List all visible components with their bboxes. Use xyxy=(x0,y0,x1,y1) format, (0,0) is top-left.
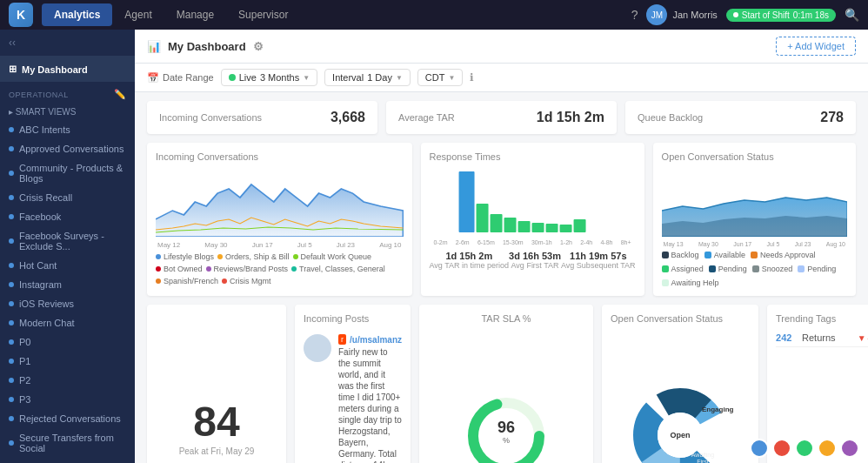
legend-item: Awaiting Help xyxy=(662,278,719,287)
peak-label: Peak at Fri, May 29 xyxy=(179,446,255,456)
my-dashboard-link[interactable]: ⊞ My Dashboard xyxy=(0,57,135,82)
sidebar-item-instagram[interactable]: Instagram xyxy=(0,275,135,294)
timezone-select[interactable]: CDT ▼ xyxy=(417,69,464,86)
live-period-select[interactable]: Live 3 Months ▼ xyxy=(221,69,317,86)
item-dot xyxy=(9,378,14,383)
x-label: 2-4h xyxy=(580,239,592,245)
sidebar-item-label: Approved Conversations xyxy=(19,144,124,154)
legend-dot xyxy=(222,278,227,284)
dashboard-title-section: 📊 My Dashboard ⚙ xyxy=(147,40,264,53)
sidebar-item-label: Modern Chat xyxy=(19,318,75,328)
tar-label: Avg Subsequent TAR xyxy=(561,261,636,270)
sla-title: TAR SLA % xyxy=(481,313,531,324)
item-dot xyxy=(9,320,14,325)
bottom-avatar[interactable] xyxy=(750,439,769,458)
item-dot xyxy=(9,359,14,364)
x-label: Jun 17 xyxy=(252,241,273,249)
smart-views-toggle[interactable]: ▸ SMART VIEWS xyxy=(0,104,135,120)
stat-value: 3,668 xyxy=(331,110,365,125)
sidebar-item-label: P3 xyxy=(19,394,30,405)
stat-label: Queue Backlog xyxy=(638,112,703,123)
collapse-sidebar-button[interactable]: ‹‹ xyxy=(9,37,16,49)
search-icon[interactable]: 🔍 xyxy=(845,8,859,22)
legend-item: Needs Approval xyxy=(751,251,816,259)
stat-value: 1d 15h 2m xyxy=(537,110,604,125)
settings-icon[interactable]: ⚙ xyxy=(253,40,264,53)
svg-text:96: 96 xyxy=(497,419,515,436)
trending-number: 242 xyxy=(776,332,802,343)
tar-value: 1d 15h 2m xyxy=(430,251,510,261)
nav-analytics[interactable]: Analytics xyxy=(42,3,112,26)
stat-queue-backlog: Queue Backlog 278 xyxy=(625,101,856,134)
user-name: Jan Morris xyxy=(672,10,717,20)
sidebar-item-p0[interactable]: P0 xyxy=(0,332,135,352)
svg-rect-8 xyxy=(573,219,585,232)
tar-value: 11h 19m 57s xyxy=(561,251,636,261)
legend-item: Pending xyxy=(798,265,836,273)
sidebar-item-p1[interactable]: P1 xyxy=(0,352,135,371)
nav-manage[interactable]: Manage xyxy=(164,3,226,26)
svg-text:First: First xyxy=(697,459,709,463)
svg-rect-2 xyxy=(490,214,502,232)
interval-select[interactable]: Interval 1 Day ▼ xyxy=(324,69,411,86)
edit-icon[interactable]: ✏️ xyxy=(114,89,127,100)
live-dot xyxy=(229,74,236,81)
item-dot xyxy=(9,282,14,287)
bottom-avatar[interactable] xyxy=(795,439,814,458)
sidebar-item-rejected[interactable]: Rejected Conversations xyxy=(0,409,135,428)
sidebar-item-community[interactable]: Community - Products & Blogs xyxy=(0,158,135,188)
sidebar-item-crisis-recall[interactable]: Crisis Recall xyxy=(0,188,135,207)
legend-label: Snoozed xyxy=(762,265,793,273)
sidebar-item-facebook-surveys[interactable]: Facebook Surveys - Exclude S... xyxy=(0,226,135,256)
content-area: 📊 My Dashboard ⚙ + Add Widget 📅 Date Ran… xyxy=(135,30,868,463)
legend-box xyxy=(752,265,759,272)
tar-stats: 1d 15h 2m Avg TAR in time period 3d 16h … xyxy=(430,251,636,270)
interval-label: Interval xyxy=(332,72,364,83)
sidebar-item-modern-chat[interactable]: Modern Chat xyxy=(0,313,135,332)
add-widget-button[interactable]: + Add Widget xyxy=(776,37,856,56)
svg-rect-3 xyxy=(504,218,516,232)
legend-label: Travel, Classes, General xyxy=(299,265,385,273)
svg-rect-5 xyxy=(531,223,544,232)
stat-cards-row: Incoming Conversations 3,668 Average TAR… xyxy=(147,101,856,134)
widgets-grid: Incoming Conversations 3,668 Average TAR… xyxy=(135,92,868,463)
sidebar-item-hot-cant[interactable]: Hot Cant xyxy=(0,256,135,275)
reddit-icon: r xyxy=(338,334,346,345)
x-label: 15-30m xyxy=(503,239,524,245)
chart-title: Response Times xyxy=(430,151,636,162)
x-label: 8h+ xyxy=(621,239,631,245)
sidebar-item-abc-intents[interactable]: ABC Intents xyxy=(0,120,135,139)
help-button[interactable]: ? xyxy=(631,8,638,22)
legend-item: Default Work Queue xyxy=(293,252,371,261)
sidebar-item-social-messaging[interactable]: Social/Messaging Channels xyxy=(0,458,135,463)
legend-label: Awaiting Help xyxy=(671,278,719,287)
bottom-avatar[interactable] xyxy=(818,439,837,458)
legend-label: Assigned xyxy=(671,265,704,273)
trending-label: Returns xyxy=(802,332,858,343)
sidebar-item-label: P1 xyxy=(19,356,30,366)
legend-label: Default Work Queue xyxy=(301,252,371,261)
legend-item: Pending xyxy=(709,265,747,273)
incoming-conv-svg xyxy=(156,167,404,237)
user-avatar: JM xyxy=(646,4,667,25)
sidebar-item-approved-conversations[interactable]: Approved Conversations xyxy=(0,139,135,158)
item-dot xyxy=(9,214,14,219)
sidebar-item-facebook[interactable]: Facebook xyxy=(0,207,135,226)
legend-box xyxy=(751,252,758,258)
bottom-avatar[interactable] xyxy=(772,439,791,458)
bottom-avatar[interactable] xyxy=(840,439,859,458)
legend-item: Travel, Classes, General xyxy=(291,265,385,273)
main-layout: ‹‹ ⊞ My Dashboard OPERATIONAL ✏️ ▸ SMART… xyxy=(0,30,868,463)
my-dashboard-label: My Dashboard xyxy=(22,64,88,75)
shift-dot xyxy=(733,12,738,17)
nav-supervisor[interactable]: Supervisor xyxy=(226,3,300,26)
legend-label: Spanish/French xyxy=(164,277,218,285)
sidebar-item-p2[interactable]: P2 xyxy=(0,371,135,390)
sidebar-item-secure-transfers[interactable]: Secure Transfers from Social xyxy=(0,428,135,458)
legend-box xyxy=(662,252,669,258)
sidebar-item-label: Facebook Surveys - Exclude S... xyxy=(19,231,126,252)
nav-agent[interactable]: Agent xyxy=(112,3,164,26)
sidebar-item-p3[interactable]: P3 xyxy=(0,390,135,409)
sidebar-item-ios-reviews[interactable]: iOS Reviews xyxy=(0,294,135,313)
filter-info-icon[interactable]: ℹ xyxy=(470,71,474,84)
